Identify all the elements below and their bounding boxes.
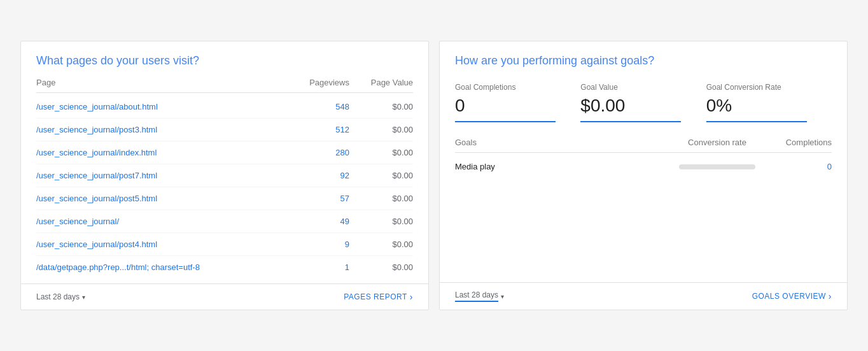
- cell-page[interactable]: /user_science_journal/post4.html: [36, 240, 286, 249]
- goals-overview-chevron-icon: ›: [829, 291, 832, 301]
- metric-conversion-value: 0%: [706, 96, 832, 116]
- cell-value: $0.00: [349, 194, 413, 203]
- cell-pageviews: 1: [286, 262, 349, 272]
- col-header-page: Page: [36, 78, 286, 87]
- metric-conversion-rate: Goal Conversion Rate 0%: [706, 83, 832, 122]
- goals-table-header: Goals Conversion rate Completions: [455, 133, 832, 153]
- pages-table-header: Page Pageviews Page Value: [36, 78, 413, 93]
- pages-card: What pages do your users visit? Page Pag…: [20, 41, 429, 310]
- table-row: /user_science_journal/post3.html512$0.00: [36, 118, 413, 141]
- goals-metrics: Goal Completions 0 Goal Value $0.00 Goal…: [455, 78, 832, 133]
- pages-date-label: Last 28 days: [36, 292, 80, 301]
- cell-pageviews: 9: [286, 240, 349, 249]
- pages-table: /user_science_journal/about.html548$0.00…: [36, 96, 413, 278]
- goals-overview-link[interactable]: GOALS OVERVIEW ›: [752, 291, 832, 301]
- cell-page[interactable]: /user_science_journal/post5.html: [36, 194, 286, 203]
- progress-background: [679, 164, 755, 169]
- goal-name-media-play: Media play: [455, 162, 666, 171]
- cell-page[interactable]: /user_science_journal/: [36, 217, 286, 226]
- metric-completions-value: 0: [455, 96, 580, 116]
- table-row: /user_science_journal/49$0.00: [36, 210, 413, 233]
- col-header-conversion: Conversion rate: [666, 138, 768, 147]
- pages-date-selector[interactable]: Last 28 days ▾: [36, 292, 85, 301]
- cell-page[interactable]: /user_science_journal/post3.html: [36, 125, 286, 134]
- cell-page[interactable]: /user_science_journal/post7.html: [36, 171, 286, 180]
- col-header-goals: Goals: [455, 138, 666, 147]
- metric-value-label: Goal Value: [580, 83, 706, 92]
- goal-conv-bar: [666, 164, 768, 169]
- table-row: /user_science_journal/index.html280$0.00: [36, 141, 413, 164]
- cell-page[interactable]: /data/getpage.php?rep...t/html; charset=…: [36, 262, 286, 272]
- pages-card-footer: Last 28 days ▾ PAGES REPORT ›: [21, 283, 428, 310]
- table-row: /user_science_journal/about.html548$0.00: [36, 96, 413, 118]
- cell-value: $0.00: [349, 171, 413, 180]
- cell-pageviews: 92: [286, 171, 349, 180]
- goals-overview-label: GOALS OVERVIEW: [752, 292, 826, 301]
- pages-card-title: What pages do your users visit?: [21, 41, 428, 78]
- table-row: /user_science_journal/post4.html9$0.00: [36, 233, 413, 256]
- metric-conversion-bar: [706, 121, 807, 122]
- cell-value: $0.00: [349, 148, 413, 157]
- goals-date-label: Last 28 days: [455, 290, 498, 302]
- metric-completions: Goal Completions 0: [455, 83, 580, 122]
- metric-completions-label: Goal Completions: [455, 83, 580, 92]
- metric-value-number: $0.00: [580, 96, 706, 116]
- goals-card-body: Goal Completions 0 Goal Value $0.00 Goal…: [440, 78, 847, 277]
- col-header-completions: Completions: [768, 138, 832, 147]
- metric-value-bar: [580, 121, 681, 122]
- pages-report-link[interactable]: PAGES REPORT ›: [344, 292, 413, 302]
- col-header-value: Page Value: [349, 78, 413, 87]
- cell-pageviews: 512: [286, 125, 349, 134]
- cell-page[interactable]: /user_science_journal/index.html: [36, 148, 286, 157]
- goals-row-media-play: Media play 0: [455, 155, 832, 178]
- goals-card-title: How are you performing against goals?: [440, 41, 847, 78]
- cell-pageviews: 280: [286, 148, 349, 157]
- pages-report-chevron-icon: ›: [410, 292, 413, 302]
- goals-card: How are you performing against goals? Go…: [439, 41, 848, 310]
- pages-report-label: PAGES REPORT: [344, 292, 407, 301]
- cell-pageviews: 57: [286, 194, 349, 203]
- goal-completions-value: 0: [768, 162, 832, 171]
- table-row: /user_science_journal/post5.html57$0.00: [36, 187, 413, 210]
- cell-page[interactable]: /user_science_journal/about.html: [36, 102, 286, 111]
- cell-pageviews: 49: [286, 217, 349, 226]
- metric-value: Goal Value $0.00: [580, 83, 706, 122]
- table-row: /user_science_journal/post7.html92$0.00: [36, 164, 413, 187]
- table-row: /data/getpage.php?rep...t/html; charset=…: [36, 256, 413, 278]
- cell-value: $0.00: [349, 262, 413, 272]
- cell-value: $0.00: [349, 217, 413, 226]
- cell-value: $0.00: [349, 240, 413, 249]
- goals-date-selector[interactable]: Last 28 days ▾: [455, 290, 504, 302]
- pages-card-body: Page Pageviews Page Value /user_science_…: [21, 78, 428, 278]
- cell-value: $0.00: [349, 102, 413, 111]
- cell-pageviews: 548: [286, 102, 349, 111]
- pages-date-chevron-icon: ▾: [82, 294, 85, 301]
- goals-card-footer: Last 28 days ▾ GOALS OVERVIEW ›: [440, 282, 847, 310]
- metric-conversion-label: Goal Conversion Rate: [706, 83, 832, 92]
- goals-date-chevron-icon: ▾: [501, 293, 504, 300]
- col-header-pageviews: Pageviews: [286, 78, 349, 87]
- cell-value: $0.00: [349, 125, 413, 134]
- metric-completions-bar: [455, 121, 556, 122]
